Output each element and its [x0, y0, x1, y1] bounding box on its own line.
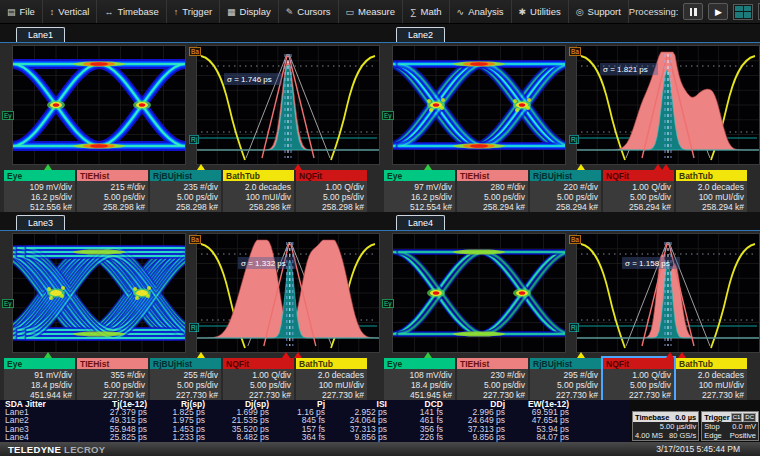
lane3-plots: σ = 1.332 ps Ey Ba Rj	[0, 231, 380, 357]
descriptor-nqfit[interactable]: NQFit1.00 Q/div5.00 ps/div227.730 k#	[223, 358, 294, 401]
lane2-panel: Lane2 σ = 1.821 ps Ey Ba Rj Eye97 mV/div…	[380, 24, 760, 212]
eye-diagram-plot[interactable]	[12, 45, 186, 165]
trigger-level: 0.0 mV	[732, 422, 756, 431]
menu-timebase[interactable]: ↔Timebase	[97, 0, 166, 23]
mosaic-view-icon[interactable]	[733, 4, 753, 20]
processing-label: Processing:	[629, 6, 679, 17]
descriptor-rjbujhist[interactable]: RjBUjHist235 #/div5.00 ps/div258.298 k#	[150, 170, 221, 213]
eye-diagram-plot[interactable]	[12, 233, 186, 353]
descriptor-eye[interactable]: Eye108 mV/div18.4 ps/div451.945 k#	[384, 358, 455, 401]
descriptor-tiehist[interactable]: TIEHist355 #/div5.00 ps/div227.730 k#	[77, 358, 148, 401]
descriptor-title: Eye	[4, 358, 75, 369]
descriptor-eye[interactable]: Eye97 mV/div16.2 ps/div512.554 k#	[384, 170, 455, 213]
descriptor-title: TIEHist	[77, 170, 148, 181]
marker-red	[678, 352, 686, 358]
cursors-icon: ✎	[286, 7, 294, 17]
processing-play-button[interactable]: ▶	[708, 3, 728, 20]
trigger-descriptor[interactable]: Trigger C1DC Stop 0.0 mV Edge Positive	[701, 411, 759, 441]
lane1-plots: σ = 1.746 ps Ey Ba Rj	[0, 43, 380, 169]
jitter-histogram-plot[interactable]: σ = 1.821 ps	[576, 45, 760, 165]
descriptor-title: NQFit	[603, 358, 674, 369]
menu-utilities[interactable]: ✱Utilities	[512, 0, 569, 23]
descriptor-values: 2.0 decades100 mUI/div227.730 k#	[296, 369, 367, 401]
descriptor-rjbujhist[interactable]: RjBUjHist220 #/div5.00 ps/div258.294 k#	[530, 170, 601, 213]
marker-green	[424, 352, 432, 358]
trigger-icon: ↑	[174, 7, 179, 17]
svg-text:σ = 1.158 ps: σ = 1.158 ps	[625, 259, 670, 268]
statusbar: TELEDYNE LECROY 3/17/2015 5:45:44 PM	[0, 442, 760, 456]
eye-trace-badge: Ey	[382, 299, 394, 308]
marker-red	[654, 164, 662, 170]
timebase-offset: 0.0 µs	[675, 413, 696, 422]
descriptor-nqfit[interactable]: NQFit1.00 Q/div5.00 ps/div227.730 k#	[603, 358, 674, 401]
timebase-title: Timebase	[635, 413, 669, 422]
descriptor-tiehist[interactable]: TIEHist215 #/div5.00 ps/div258.298 k#	[77, 170, 148, 213]
jitter-value: 84.07 ps	[509, 433, 573, 441]
menu-cursors[interactable]: ✎Cursors	[279, 0, 339, 23]
tab-lane3[interactable]: Lane3	[16, 215, 65, 230]
menu-measure[interactable]: ▭Measure	[339, 0, 403, 23]
descriptor-nqfit[interactable]: NQFit1.00 Q/div5.00 ps/div258.298 k#	[296, 170, 367, 213]
measure-icon: ▭	[346, 7, 355, 17]
bathtub-trace-badge: Ba	[189, 47, 201, 56]
lane2-plots: σ = 1.821 ps Ey Ba Rj	[380, 43, 760, 169]
lane2-tabbar: Lane2	[380, 24, 760, 43]
timebase-descriptor[interactable]: Timebase 0.0 µs 5.00 µs/div 4.00 MS 80 G…	[632, 411, 699, 441]
descriptor-bathtub[interactable]: BathTub2.0 decades100 mUI/div258.294 k#	[676, 170, 747, 213]
tab-lane2[interactable]: Lane2	[396, 27, 445, 42]
lane2-descriptors: Eye97 mV/div16.2 ps/div512.554 k#TIEHist…	[380, 170, 760, 213]
tab-lane1[interactable]: Lane1	[16, 27, 65, 42]
descriptor-rjbujhist[interactable]: RjBUjHist255 #/div5.00 ps/div227.730 k#	[150, 358, 221, 401]
menu-display[interactable]: ▦Display	[220, 0, 279, 23]
descriptor-tiehist[interactable]: TIEHist280 #/div5.00 ps/div258.294 k#	[457, 170, 528, 213]
menu-label: Measure	[358, 6, 395, 17]
descriptor-bathtub[interactable]: BathTub2.0 decades100 mUI/div227.730 k#	[296, 358, 367, 401]
tab-lane4[interactable]: Lane4	[396, 215, 445, 230]
display-icon: ▦	[227, 7, 236, 17]
descriptor-values: 2.0 decades100 mUI/div258.298 k#	[223, 181, 294, 213]
svg-text:σ = 1.821 ps: σ = 1.821 ps	[603, 65, 648, 74]
trigger-slope: Positive	[730, 431, 756, 440]
menu-support[interactable]: ◎Support	[569, 0, 629, 23]
descriptor-values: 235 #/div5.00 ps/div258.298 k#	[150, 181, 221, 213]
menu-math[interactable]: ∑Math	[403, 0, 450, 23]
marker-red	[662, 164, 670, 170]
descriptor-title: RjBUjHist	[530, 358, 601, 369]
descriptor-eye[interactable]: Eye109 mV/div16.2 ps/div512.556 k#	[4, 170, 75, 213]
descriptor-values: 2.0 decades100 mUI/div258.294 k#	[676, 181, 747, 213]
menu-file[interactable]: ▤File	[0, 0, 43, 23]
rj-trace-badge: Rj	[569, 323, 579, 332]
jitter-value: 8.482 ps	[209, 433, 273, 441]
menu-analysis[interactable]: ∿Analysis	[450, 0, 512, 23]
rj-trace-badge: Rj	[189, 323, 199, 332]
descriptor-tiehist[interactable]: TIEHist230 #/div5.00 ps/div227.730 k#	[457, 358, 528, 401]
eye-diagram-plot[interactable]	[392, 233, 566, 353]
marker-yellow	[197, 352, 205, 358]
lane4-plots: σ = 1.158 ps Ey Ba Rj	[380, 231, 760, 357]
descriptor-title: BathTub	[223, 170, 294, 181]
menu-label: Cursors	[297, 6, 330, 17]
lane1-panel: Lane1 σ = 1.746 ps Ey Ba Rj Eye109 mV/di…	[0, 24, 380, 212]
jitter-histogram-plot[interactable]: σ = 1.746 ps	[196, 45, 380, 165]
descriptor-title: RjBUjHist	[530, 170, 601, 181]
descriptor-nqfit[interactable]: NQFit1.00 Q/div5.00 ps/div258.294 k#	[603, 170, 674, 213]
descriptor-rjbujhist[interactable]: RjBUjHist295 #/div5.00 ps/div227.730 k#	[530, 358, 601, 401]
descriptor-bathtub[interactable]: BathTub2.0 decades100 mUI/div227.730 k#	[676, 358, 747, 401]
jitter-value: 9.856 ps	[447, 433, 509, 441]
descriptor-bathtub[interactable]: BathTub2.0 decades100 mUI/div258.298 k#	[223, 170, 294, 213]
descriptor-title: NQFit	[603, 170, 674, 181]
trigger-badge-dc: DC	[743, 413, 756, 422]
brand-teledyne: TELEDYNE	[8, 444, 61, 455]
eye-diagram-plot[interactable]	[392, 45, 566, 165]
play-icon: ▶	[715, 7, 722, 17]
timebase-samples: 4.00 MS	[635, 431, 663, 440]
menu-vertical[interactable]: ↕Vertical	[43, 0, 98, 23]
processing-pause-button[interactable]	[683, 3, 703, 20]
jitter-histogram-plot[interactable]: σ = 1.158 ps	[576, 233, 760, 353]
descriptor-title: BathTub	[676, 170, 747, 181]
descriptor-values: 280 #/div5.00 ps/div258.294 k#	[457, 181, 528, 213]
descriptor-title: TIEHist	[457, 358, 528, 369]
descriptor-eye[interactable]: Eye91 mV/div18.4 ps/div451.944 k#	[4, 358, 75, 401]
jitter-histogram-plot[interactable]: σ = 1.332 ps	[196, 233, 380, 353]
menu-trigger[interactable]: ↑Trigger	[167, 0, 220, 23]
